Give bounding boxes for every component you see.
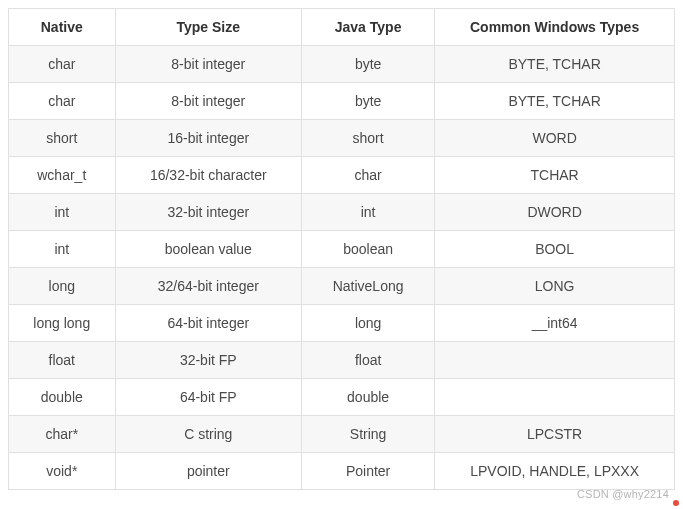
header-native: Native	[9, 9, 116, 46]
cell: 32-bit integer	[115, 194, 301, 231]
table-row: short16-bit integershortWORD	[9, 120, 675, 157]
cell: long	[302, 305, 435, 342]
cell: short	[302, 120, 435, 157]
cell: LONG	[435, 268, 675, 305]
table-row: char8-bit integerbyteBYTE, TCHAR	[9, 83, 675, 120]
table-row: int32-bit integerintDWORD	[9, 194, 675, 231]
cell	[435, 342, 675, 379]
watermark: CSDN @why2214	[577, 488, 669, 498]
cell: 64-bit FP	[115, 379, 301, 416]
cell: BYTE, TCHAR	[435, 83, 675, 120]
cell: double	[9, 379, 116, 416]
type-mapping-table: Native Type Size Java Type Common Window…	[8, 8, 675, 490]
cell: long long	[9, 305, 116, 342]
cell: byte	[302, 83, 435, 120]
table-row: wchar_t16/32-bit charactercharTCHAR	[9, 157, 675, 194]
cell: BOOL	[435, 231, 675, 268]
table-row: double64-bit FPdouble	[9, 379, 675, 416]
cell: NativeLong	[302, 268, 435, 305]
cell: byte	[302, 46, 435, 83]
cell: short	[9, 120, 116, 157]
cell: C string	[115, 416, 301, 453]
cell: TCHAR	[435, 157, 675, 194]
cell: 8-bit integer	[115, 46, 301, 83]
cell: WORD	[435, 120, 675, 157]
cell: LPVOID, HANDLE, LPXXX	[435, 453, 675, 490]
cell: BYTE, TCHAR	[435, 46, 675, 83]
cell: 64-bit integer	[115, 305, 301, 342]
cell: 32/64-bit integer	[115, 268, 301, 305]
cell: void*	[9, 453, 116, 490]
cell: wchar_t	[9, 157, 116, 194]
cell: Pointer	[302, 453, 435, 490]
table-row: float32-bit FPfloat	[9, 342, 675, 379]
header-type-size: Type Size	[115, 9, 301, 46]
header-row: Native Type Size Java Type Common Window…	[9, 9, 675, 46]
cell: LPCSTR	[435, 416, 675, 453]
cell: 8-bit integer	[115, 83, 301, 120]
cell: char	[302, 157, 435, 194]
cell: double	[302, 379, 435, 416]
cell: 32-bit FP	[115, 342, 301, 379]
cell: char	[9, 83, 116, 120]
cell: float	[302, 342, 435, 379]
cell: char	[9, 46, 116, 83]
table-row: void*pointerPointerLPVOID, HANDLE, LPXXX	[9, 453, 675, 490]
table-row: char*C stringStringLPCSTR	[9, 416, 675, 453]
cell: int	[302, 194, 435, 231]
cell: DWORD	[435, 194, 675, 231]
table-row: intboolean valuebooleanBOOL	[9, 231, 675, 268]
header-java-type: Java Type	[302, 9, 435, 46]
cell: long	[9, 268, 116, 305]
cell: pointer	[115, 453, 301, 490]
cell: 16-bit integer	[115, 120, 301, 157]
cell: boolean value	[115, 231, 301, 268]
cell: 16/32-bit character	[115, 157, 301, 194]
table-row: char8-bit integerbyteBYTE, TCHAR	[9, 46, 675, 83]
cell: int	[9, 194, 116, 231]
header-windows-types: Common Windows Types	[435, 9, 675, 46]
cell: boolean	[302, 231, 435, 268]
cell: int	[9, 231, 116, 268]
table-row: long32/64-bit integerNativeLongLONG	[9, 268, 675, 305]
cell: float	[9, 342, 116, 379]
cell: __int64	[435, 305, 675, 342]
table-row: long long64-bit integerlong__int64	[9, 305, 675, 342]
cell: String	[302, 416, 435, 453]
cell: char*	[9, 416, 116, 453]
cell	[435, 379, 675, 416]
